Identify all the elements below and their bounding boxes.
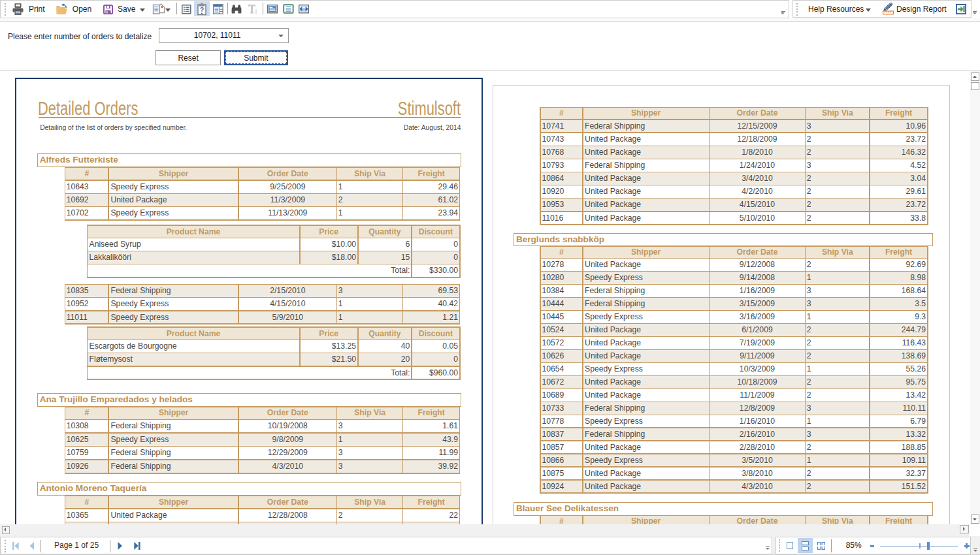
svg-text:?: ? <box>200 5 204 13</box>
